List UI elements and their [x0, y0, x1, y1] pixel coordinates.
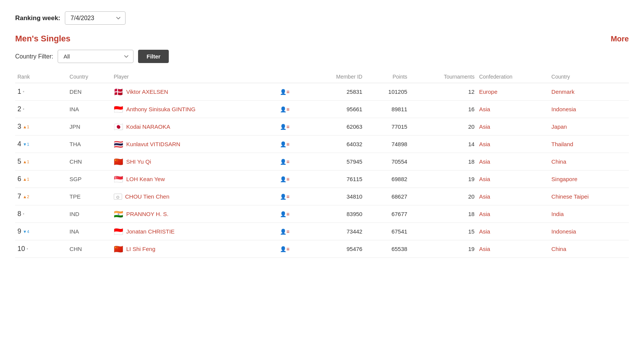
- ranking-week-label: Ranking week:: [15, 14, 60, 22]
- player-profile-icon[interactable]: 👤≡: [280, 89, 289, 95]
- player-profile-icon[interactable]: 👤≡: [280, 229, 289, 235]
- rank-cell: 6 ▲1: [15, 170, 67, 188]
- confederation-cell: Asia: [477, 188, 549, 205]
- country-code-cell: IND: [67, 205, 111, 223]
- player-icon-cell[interactable]: 👤≡: [276, 240, 306, 258]
- rank-cell: 10 •: [15, 240, 67, 258]
- rank-number: 1: [17, 88, 21, 96]
- member-id-cell: 25831: [306, 83, 365, 101]
- col-points: Points: [364, 71, 409, 83]
- rank-cell: 1 •: [15, 83, 67, 101]
- player-profile-icon[interactable]: 👤≡: [280, 194, 289, 200]
- rank-number: 4: [17, 140, 21, 148]
- country-name-cell: Denmark: [549, 83, 629, 101]
- rank-up-icon: ▲1: [23, 177, 29, 181]
- rank-number: 2: [17, 105, 21, 113]
- player-icon-cell[interactable]: 👤≡: [276, 188, 306, 205]
- confederation-cell: Asia: [477, 223, 549, 240]
- country-name-cell: China: [549, 153, 629, 170]
- tournaments-cell: 14: [410, 136, 477, 153]
- player-name[interactable]: LOH Kean Yew: [126, 176, 165, 182]
- player-profile-icon[interactable]: 👤≡: [280, 159, 289, 165]
- rank-up-icon: ▲2: [23, 194, 29, 199]
- country-flag: 🇹🇭: [114, 140, 123, 148]
- member-id-cell: 95661: [306, 101, 365, 118]
- country-code-cell: THA: [67, 136, 111, 153]
- player-name[interactable]: Anthony Sinisuka GINTING: [126, 106, 196, 112]
- player-icon-cell[interactable]: 👤≡: [276, 101, 306, 118]
- col-country-code: Country: [67, 71, 111, 83]
- player-cell: 🇩🇰 Viktor AXELSEN: [112, 83, 276, 101]
- tournaments-cell: 18: [410, 153, 477, 170]
- tournaments-cell: 16: [410, 101, 477, 118]
- player-name[interactable]: CHOU Tien Chen: [125, 193, 170, 200]
- player-icon-cell[interactable]: 👤≡: [276, 83, 306, 101]
- points-cell: 68627: [364, 188, 409, 205]
- member-id-cell: 64032: [306, 136, 365, 153]
- rank-number: 5: [17, 158, 21, 166]
- country-filter-select[interactable]: All: [58, 50, 134, 63]
- player-cell: 🇮🇩 Jonatan CHRISTIE: [112, 223, 276, 240]
- player-profile-icon[interactable]: 👤≡: [280, 246, 289, 252]
- player-icon-cell[interactable]: 👤≡: [276, 223, 306, 240]
- country-name-cell: Japan: [549, 118, 629, 136]
- col-confederation: Confederation: [477, 71, 549, 83]
- rank-cell: 7 ▲2: [15, 188, 67, 205]
- player-name[interactable]: Kodai NARAOKA: [126, 123, 170, 130]
- rankings-table-container: Rank Country Player Member ID Points Tou…: [15, 71, 629, 258]
- rank-up-icon: ▲1: [23, 125, 29, 129]
- confederation-cell: Asia: [477, 118, 549, 136]
- country-name-cell: Indonesia: [549, 101, 629, 118]
- country-name-cell: Singapore: [549, 170, 629, 188]
- points-cell: 89811: [364, 101, 409, 118]
- member-id-cell: 62063: [306, 118, 365, 136]
- player-name[interactable]: SHI Yu Qi: [126, 158, 151, 165]
- player-name[interactable]: Kunlavut VITIDSARN: [126, 141, 181, 147]
- filter-label: Country Filter:: [15, 53, 53, 60]
- table-row: 4 ▼1 THA 🇹🇭 Kunlavut VITIDSARN 👤≡ 64032 …: [15, 136, 629, 153]
- member-id-cell: 57945: [306, 153, 365, 170]
- more-link[interactable]: More: [611, 35, 629, 43]
- player-name[interactable]: LI Shi Feng: [126, 246, 156, 252]
- player-cell: ⊙ CHOU Tien Chen: [112, 188, 276, 205]
- points-cell: 77015: [364, 118, 409, 136]
- country-name-cell: India: [549, 205, 629, 223]
- tournaments-cell: 20: [410, 118, 477, 136]
- table-row: 1 • DEN 🇩🇰 Viktor AXELSEN 👤≡ 25831 10120…: [15, 83, 629, 101]
- rank-cell: 2 •: [15, 101, 67, 118]
- country-name-cell: China: [549, 240, 629, 258]
- player-profile-icon[interactable]: 👤≡: [280, 141, 289, 147]
- rank-up-icon: ▲1: [23, 159, 29, 164]
- player-icon-cell[interactable]: 👤≡: [276, 118, 306, 136]
- col-country: Country: [549, 71, 629, 83]
- country-code-cell: INA: [67, 101, 111, 118]
- player-cell: 🇸🇬 LOH Kean Yew: [112, 170, 276, 188]
- rank-down-icon: ▼1: [23, 142, 29, 147]
- member-id-cell: 95476: [306, 240, 365, 258]
- table-row: 6 ▲1 SGP 🇸🇬 LOH Kean Yew 👤≡ 76115 69882 …: [15, 170, 629, 188]
- country-flag: 🇸🇬: [114, 175, 123, 183]
- player-profile-icon[interactable]: 👤≡: [280, 106, 289, 112]
- confederation-cell: Asia: [477, 153, 549, 170]
- player-icon-cell[interactable]: 👤≡: [276, 136, 306, 153]
- player-icon-cell[interactable]: 👤≡: [276, 170, 306, 188]
- rank-neutral-icon: •: [23, 89, 24, 95]
- section-title: Men's Singles: [15, 34, 71, 44]
- player-name[interactable]: Jonatan CHRISTIE: [126, 228, 175, 235]
- rank-cell: 9 ▼4: [15, 223, 67, 240]
- player-icon-cell[interactable]: 👤≡: [276, 153, 306, 170]
- player-profile-icon[interactable]: 👤≡: [280, 176, 289, 182]
- ranking-week-select[interactable]: 7/4/2023 6/27/2023 6/20/2023: [65, 11, 126, 25]
- player-name[interactable]: PRANNOY H. S.: [126, 211, 168, 217]
- player-name[interactable]: Viktor AXELSEN: [126, 88, 168, 95]
- tournaments-cell: 15: [410, 223, 477, 240]
- player-profile-icon[interactable]: 👤≡: [280, 211, 289, 217]
- filter-button[interactable]: Filter: [138, 50, 169, 63]
- country-code-cell: SGP: [67, 170, 111, 188]
- player-profile-icon[interactable]: 👤≡: [280, 124, 289, 130]
- player-cell: 🇯🇵 Kodai NARAOKA: [112, 118, 276, 136]
- points-cell: 101205: [364, 83, 409, 101]
- member-id-cell: 76115: [306, 170, 365, 188]
- player-icon-cell[interactable]: 👤≡: [276, 205, 306, 223]
- country-code-cell: JPN: [67, 118, 111, 136]
